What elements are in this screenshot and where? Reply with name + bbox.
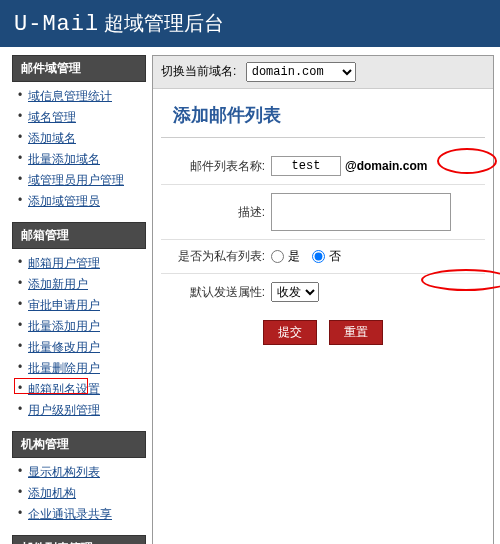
main-container: 邮件域管理域信息管理统计域名管理添加域名批量添加域名域管理员用户管理添加域管理员… xyxy=(0,47,500,544)
label-list-name: 邮件列表名称: xyxy=(161,158,271,175)
sidebar-link[interactable]: 邮箱别名设置 xyxy=(28,382,100,396)
domain-switch-bar: 切换当前域名: domain.com xyxy=(153,56,493,89)
reset-button[interactable]: 重置 xyxy=(329,320,383,345)
sidebar-item: 添加新用户 xyxy=(16,274,146,295)
sidebar-item: 显示机构列表 xyxy=(16,462,146,483)
sidebar-link[interactable]: 用户级别管理 xyxy=(28,403,100,417)
sidebar-item: 批量删除用户 xyxy=(16,358,146,379)
domain-switch-label: 切换当前域名: xyxy=(161,64,236,78)
sidebar-item: 域管理员用户管理 xyxy=(16,170,146,191)
row-list-name: 邮件列表名称: @domain.com xyxy=(161,148,485,185)
menu-header: 邮件列表管理 xyxy=(12,535,146,544)
sidebar-item: 添加域名 xyxy=(16,128,146,149)
sidebar-link[interactable]: 域信息管理统计 xyxy=(28,89,112,103)
sidebar-item: 批量添加域名 xyxy=(16,149,146,170)
sidebar-link[interactable]: 添加域管理员 xyxy=(28,194,100,208)
label-private: 是否为私有列表: xyxy=(161,248,271,265)
sidebar-item: 添加机构 xyxy=(16,483,146,504)
app-header: U-Mail 超域管理后台 xyxy=(0,0,500,47)
sidebar-link[interactable]: 企业通讯录共享 xyxy=(28,507,112,521)
radio-yes[interactable] xyxy=(271,250,284,263)
sidebar-link[interactable]: 批量添加用户 xyxy=(28,319,100,333)
menu-header: 邮件域管理 xyxy=(12,55,146,82)
button-row: 提交 重置 xyxy=(161,310,485,355)
sidebar-link[interactable]: 域名管理 xyxy=(28,110,76,124)
sidebar-link[interactable]: 批量修改用户 xyxy=(28,340,100,354)
sidebar-link[interactable]: 显示机构列表 xyxy=(28,465,100,479)
sidebar-link[interactable]: 添加机构 xyxy=(28,486,76,500)
domain-select[interactable]: domain.com xyxy=(246,62,356,82)
domain-suffix: @domain.com xyxy=(345,159,427,173)
sidebar-link[interactable]: 域管理员用户管理 xyxy=(28,173,124,187)
menu-header: 机构管理 xyxy=(12,431,146,458)
row-send-attr: 默认发送属性: 收发 xyxy=(161,274,485,310)
page-title: 添加邮件列表 xyxy=(161,89,485,138)
sidebar-item: 域信息管理统计 xyxy=(16,86,146,107)
sidebar-link[interactable]: 审批申请用户 xyxy=(28,298,100,312)
radio-no[interactable] xyxy=(312,250,325,263)
menu-header: 邮箱管理 xyxy=(12,222,146,249)
sidebar-item: 批量修改用户 xyxy=(16,337,146,358)
main-panel: 切换当前域名: domain.com 添加邮件列表 邮件列表名称: @domai… xyxy=(152,55,494,544)
sidebar-item: 域名管理 xyxy=(16,107,146,128)
sidebar-link[interactable]: 添加域名 xyxy=(28,131,76,145)
header-title: 超域管理后台 xyxy=(104,12,224,34)
sidebar-link[interactable]: 邮箱用户管理 xyxy=(28,256,100,270)
label-send-attr: 默认发送属性: xyxy=(161,284,271,301)
brand-name: U-Mail xyxy=(14,12,99,37)
row-private: 是否为私有列表: 是 否 xyxy=(161,240,485,274)
sidebar-item: 添加域管理员 xyxy=(16,191,146,212)
sidebar-item: 用户级别管理 xyxy=(16,400,146,421)
sidebar-link[interactable]: 添加新用户 xyxy=(28,277,88,291)
form-area: 邮件列表名称: @domain.com 描述: 是否为私有列表: 是 否 xyxy=(153,138,493,365)
sidebar-item: 批量添加用户 xyxy=(16,316,146,337)
sidebar-link[interactable]: 批量删除用户 xyxy=(28,361,100,375)
sidebar: 邮件域管理域信息管理统计域名管理添加域名批量添加域名域管理员用户管理添加域管理员… xyxy=(0,47,152,544)
input-list-name[interactable] xyxy=(271,156,341,176)
radio-no-label: 否 xyxy=(329,248,341,265)
row-desc: 描述: xyxy=(161,185,485,240)
radio-yes-label: 是 xyxy=(288,248,300,265)
sidebar-item: 审批申请用户 xyxy=(16,295,146,316)
input-desc[interactable] xyxy=(271,193,451,231)
select-send-attr[interactable]: 收发 xyxy=(271,282,319,302)
sidebar-item: 企业通讯录共享 xyxy=(16,504,146,525)
sidebar-link[interactable]: 批量添加域名 xyxy=(28,152,100,166)
sidebar-item: 邮箱别名设置 xyxy=(16,379,146,400)
label-desc: 描述: xyxy=(161,204,271,221)
sidebar-item: 邮箱用户管理 xyxy=(16,253,146,274)
submit-button[interactable]: 提交 xyxy=(263,320,317,345)
